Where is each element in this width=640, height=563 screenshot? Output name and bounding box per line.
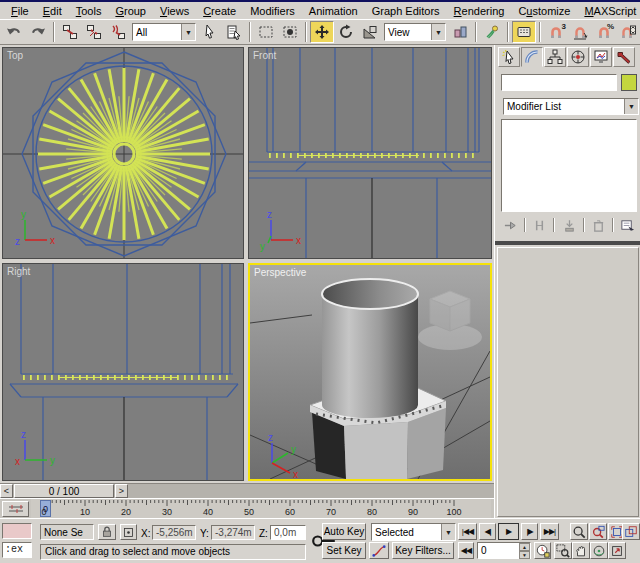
select-and-rotate-button[interactable] [334, 21, 358, 43]
motion-tab[interactable] [567, 47, 589, 67]
select-and-move-button[interactable] [310, 21, 334, 43]
time-configuration-button[interactable] [534, 542, 551, 559]
lock-icon [100, 525, 114, 539]
percent-snap-toggle[interactable]: % [592, 21, 616, 43]
key-filters-button[interactable]: Key Filters... [392, 542, 454, 559]
go-to-start-button[interactable]: |◀◀ [458, 523, 477, 540]
ruler-number: 50 [244, 507, 254, 517]
redo-button[interactable] [26, 21, 50, 43]
auto-key-button[interactable]: Auto Key [322, 523, 366, 540]
object-color-swatch[interactable] [621, 74, 637, 91]
menu-graph-editors[interactable]: Graph Editors [365, 4, 447, 18]
open-mini-curve-editor-button[interactable] [2, 501, 29, 517]
link-icon [62, 24, 78, 40]
region-zoom-icon [556, 544, 570, 558]
next-frame-button[interactable]: |▶ [521, 523, 538, 540]
time-slider-prev-button[interactable]: < [0, 484, 13, 498]
region-zoom-button[interactable] [554, 542, 572, 559]
unlink-selection-button[interactable] [82, 21, 106, 43]
menu-edit[interactable]: Edit [36, 4, 69, 18]
command-panel-tabs [498, 47, 635, 67]
set-key-button[interactable]: Set Key [322, 542, 366, 559]
use-pivot-point-center-button[interactable] [448, 21, 472, 43]
snaps-toggle-button-badge: 3 [562, 22, 566, 31]
select-by-name-button[interactable] [222, 21, 246, 43]
x-coordinate-label: X: [141, 528, 150, 539]
pin-stack-button[interactable] [501, 217, 520, 234]
viewport-right[interactable]: Right z y x [2, 263, 244, 481]
window-crossing-toggle[interactable] [278, 21, 302, 43]
menu-maxscript[interactable]: MAXScript [577, 4, 640, 18]
selection-filter-select[interactable]: All▼ [132, 23, 196, 41]
viewport-front[interactable]: Front z x [248, 47, 492, 259]
create-tab[interactable] [498, 47, 520, 67]
bind-to-space-warp-button[interactable] [106, 21, 130, 43]
previous-frame-button[interactable]: ◀| [479, 523, 496, 540]
absolute-offset-mode-toggle[interactable] [120, 524, 137, 540]
object-name-field[interactable] [501, 74, 617, 91]
show-end-result-button[interactable] [530, 217, 549, 234]
menu-group[interactable]: Group [108, 4, 153, 18]
utilities-tab[interactable] [613, 47, 635, 67]
track-bar-ruler[interactable]: 0 0102030405060708090100 [31, 499, 491, 519]
undo-button[interactable] [2, 21, 26, 43]
time-slider-next-button[interactable]: > [115, 484, 128, 498]
menu-modifiers[interactable]: Modifiers [243, 4, 302, 18]
play-button[interactable]: ▶ [498, 523, 519, 540]
go-to-end-button[interactable]: ▶▶| [540, 523, 559, 540]
select-object-button[interactable] [198, 21, 222, 43]
chevron-down-icon[interactable]: ▼ [431, 24, 445, 40]
hierarchy-tab[interactable] [544, 47, 566, 67]
menu-views[interactable]: Views [153, 4, 196, 18]
keyboard-shortcut-override-toggle[interactable] [512, 21, 536, 43]
menu-customize[interactable]: Customize [511, 4, 577, 18]
remove-modifier-button[interactable] [589, 217, 608, 234]
snaps-toggle-button[interactable]: 3 [544, 21, 568, 43]
menu-animation[interactable]: Animation [302, 4, 365, 18]
arc-rotate-button[interactable] [590, 542, 608, 559]
chevron-down-icon[interactable]: ▼ [181, 24, 195, 40]
display-tab[interactable] [590, 47, 612, 67]
select-and-manipulate-button[interactable] [480, 21, 504, 43]
make-unique-button[interactable] [559, 217, 578, 234]
menu-rendering[interactable]: Rendering [447, 4, 512, 18]
modifier-list-dropdown[interactable]: Modifier List ▼ [503, 98, 639, 115]
configure-modifier-sets-button[interactable] [618, 217, 637, 234]
key-mode-toggle[interactable]: ◀◀ [458, 542, 474, 559]
maxscript-mini-listener[interactable]: :ex [2, 542, 32, 558]
y-coordinate-field[interactable]: -3,274m [211, 525, 255, 540]
reference-coordinate-system-select[interactable]: View▼ [384, 23, 446, 41]
select-and-link-button[interactable] [58, 21, 82, 43]
chevron-down-icon[interactable]: ▼ [624, 99, 638, 114]
modifier-stack-list[interactable] [501, 119, 637, 212]
selection-lock-toggle[interactable] [98, 524, 116, 540]
menu-create[interactable]: Create [196, 4, 243, 18]
default-tangent-button[interactable] [369, 542, 389, 559]
zoom-extents-all-button[interactable] [622, 523, 640, 540]
time-slider-handle[interactable]: 0 / 100 [14, 484, 114, 498]
selection-set-dropdown[interactable]: Selected ▼ [371, 523, 456, 541]
current-frame-field[interactable]: 0 [478, 543, 519, 558]
viewport-perspective[interactable]: Perspective [248, 263, 492, 481]
frame-spinner[interactable]: ▲▼ [519, 543, 530, 558]
x-coordinate-field[interactable]: -5,256m [152, 525, 196, 540]
angle-snap-toggle[interactable] [568, 21, 592, 43]
ruler-number: 10 [80, 507, 90, 517]
viewport-top[interactable]: Top y x z [2, 47, 244, 259]
svg-text:y: y [21, 209, 26, 220]
min-max-toggle-button[interactable] [608, 542, 626, 559]
menu-tools[interactable]: Tools [69, 4, 109, 18]
modify-tab[interactable] [521, 47, 543, 67]
rollout-area[interactable] [497, 247, 639, 517]
maxscript-mini-listener-macro[interactable] [2, 523, 32, 539]
menu-file[interactable]: File [4, 4, 36, 18]
spinner-snap-toggle[interactable] [616, 21, 640, 43]
orbit-icon [592, 544, 606, 558]
pan-button[interactable] [572, 542, 590, 559]
rectangular-selection-region-button[interactable] [254, 21, 278, 43]
select-and-scale-button[interactable] [358, 21, 382, 43]
chevron-down-icon[interactable]: ▼ [441, 524, 455, 540]
zoom-all-button[interactable] [589, 523, 607, 540]
z-coordinate-field[interactable]: 0,0m [270, 525, 306, 540]
zoom-button[interactable] [570, 523, 588, 540]
